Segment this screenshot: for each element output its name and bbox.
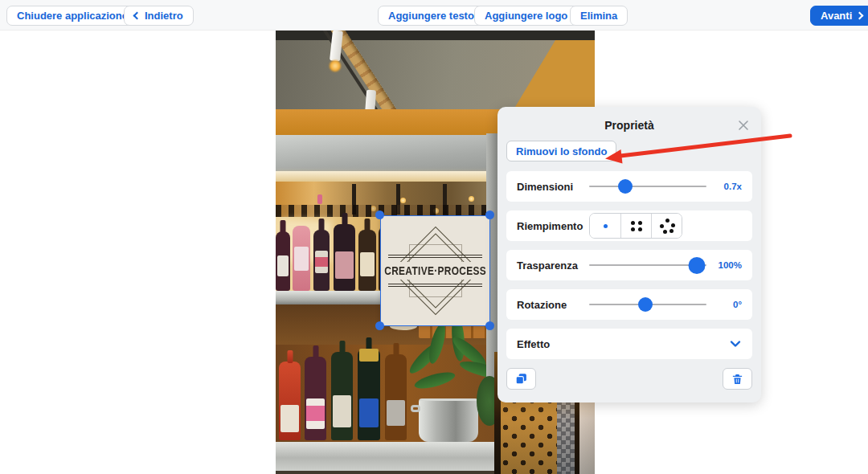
- selection-handle-top-left[interactable]: [375, 210, 384, 219]
- next-button[interactable]: Avanti: [810, 6, 868, 26]
- selection-handle-top-right[interactable]: [485, 210, 494, 219]
- fill-option-scatter-dots[interactable]: [651, 214, 682, 238]
- effect-row[interactable]: Effetto: [506, 329, 752, 359]
- logo-text: CREATIVE·PROCESS: [382, 262, 489, 280]
- delete-button[interactable]: Elimina: [570, 6, 628, 26]
- photo-steel-pot: [419, 398, 478, 442]
- add-text-label: Aggiungere testo: [388, 10, 474, 22]
- wine-bottle: [334, 224, 355, 291]
- display-bottle-amber: [385, 354, 407, 440]
- scatter-dots-icon: [660, 224, 664, 228]
- four-dots-icon: [631, 227, 635, 231]
- selection-handle-bottom-right[interactable]: [485, 321, 494, 330]
- logo-rule-top: [388, 255, 482, 258]
- bottle-label: [359, 398, 379, 427]
- display-bottle-pink-label: [305, 357, 326, 440]
- scatter-dots-icon: [663, 230, 667, 234]
- bottle-neck: [313, 345, 318, 358]
- photo-lamp-glow: [469, 196, 474, 202]
- next-label: Avanti: [821, 10, 852, 22]
- bottle-neck: [365, 219, 371, 231]
- chevron-left-icon: [133, 12, 141, 20]
- photo-lamp-glow: [400, 198, 406, 203]
- rotation-value: 0°: [713, 300, 742, 309]
- four-dots-icon: [631, 221, 635, 225]
- close-application-label: Chiudere applicazione: [17, 10, 128, 22]
- properties-panel: Proprietà Rimuovi lo sfondo Dimensioni 0…: [497, 107, 761, 402]
- dimensions-slider[interactable]: [589, 171, 706, 202]
- bottle-label: [280, 405, 299, 432]
- transparency-label: Trasparenza: [517, 259, 586, 272]
- bottle-neck: [319, 219, 325, 231]
- dimensions-row: Dimensioni 0.7x: [506, 171, 752, 202]
- photo-spotlight-1-glow: [330, 60, 341, 72]
- chevron-right-icon: [856, 12, 864, 20]
- display-bottle-dark: [331, 352, 353, 440]
- wine-bottle: [313, 230, 330, 291]
- dimensions-value: 0.7x: [713, 182, 742, 191]
- four-dots-icon: [638, 221, 642, 225]
- remove-background-label: Rimuovi lo sfondo: [516, 145, 607, 157]
- add-logo-label: Aggiungere logo: [485, 10, 567, 22]
- slider-thumb[interactable]: [638, 297, 653, 312]
- photo-pink-foil-bottle: [317, 194, 322, 204]
- bottle-label: [333, 395, 351, 427]
- pot-handle: [411, 405, 420, 412]
- four-dots-icon: [638, 227, 642, 231]
- bottle-neck: [342, 213, 347, 226]
- fill-row: Riempimento: [506, 210, 752, 241]
- selection-handle-bottom-left[interactable]: [375, 321, 384, 330]
- rotation-label: Rotazione: [517, 299, 586, 311]
- wine-bottle: [276, 231, 290, 291]
- bottle-label: [315, 251, 328, 273]
- bottle-foil: [359, 349, 379, 362]
- single-dot-icon: [604, 224, 608, 228]
- display-bottle-champagne: [358, 349, 380, 440]
- close-application-button[interactable]: Chiudere applicazione: [6, 6, 138, 26]
- rotation-slider[interactable]: [589, 289, 706, 320]
- bottle-label: [387, 400, 405, 426]
- duplicate-button[interactable]: [506, 368, 536, 390]
- transparency-row: Trasparenza 100%: [506, 250, 752, 280]
- slider-track: [589, 186, 706, 187]
- transparency-value: 100%: [713, 260, 742, 270]
- fill-pattern-options: [589, 213, 682, 239]
- trash-icon: [731, 373, 743, 386]
- transparency-slider[interactable]: [589, 250, 706, 280]
- trash-button[interactable]: [723, 368, 752, 390]
- bottle-label: [335, 251, 354, 279]
- bottle-neck: [339, 341, 345, 353]
- scatter-dots-icon: [671, 223, 675, 227]
- bottle-label: [360, 252, 375, 276]
- bottle-label: [277, 255, 289, 276]
- wine-bottle-rose: [293, 226, 310, 291]
- copy-icon: [514, 372, 528, 386]
- delete-label: Elimina: [580, 10, 617, 22]
- add-logo-button[interactable]: Aggiungere logo: [474, 6, 578, 26]
- slider-thumb[interactable]: [689, 257, 706, 274]
- bottle-label: [294, 247, 309, 271]
- fill-option-four-dots[interactable]: [620, 214, 651, 238]
- add-text-button[interactable]: Aggiungere testo: [378, 6, 485, 26]
- bottle-neck: [393, 343, 399, 356]
- scatter-dots-icon: [665, 219, 669, 223]
- bottle-neck: [287, 350, 293, 363]
- display-bottle-red: [279, 362, 301, 440]
- toolbar: Chiudere applicazione Indietro Aggiunger…: [0, 0, 868, 31]
- close-icon[interactable]: [736, 118, 751, 133]
- wine-bottle: [358, 230, 376, 291]
- panel-title: Proprietà: [506, 117, 752, 133]
- remove-background-button[interactable]: Rimuovi lo sfondo: [506, 141, 616, 161]
- effect-label: Effetto: [517, 338, 550, 350]
- logo-rule-bottom: [388, 284, 482, 287]
- logo-overlay[interactable]: CREATIVE·PROCESS: [380, 215, 490, 326]
- bottle-neck: [280, 220, 286, 233]
- bottle-label: [306, 398, 325, 429]
- back-button[interactable]: Indietro: [124, 6, 194, 26]
- back-label: Indietro: [145, 10, 183, 22]
- slider-thumb[interactable]: [618, 179, 633, 194]
- fill-option-single-dot[interactable]: [590, 214, 620, 238]
- rotation-row: Rotazione 0°: [506, 289, 752, 320]
- chevron-down-icon: [729, 337, 742, 350]
- scatter-dots-icon: [669, 229, 674, 233]
